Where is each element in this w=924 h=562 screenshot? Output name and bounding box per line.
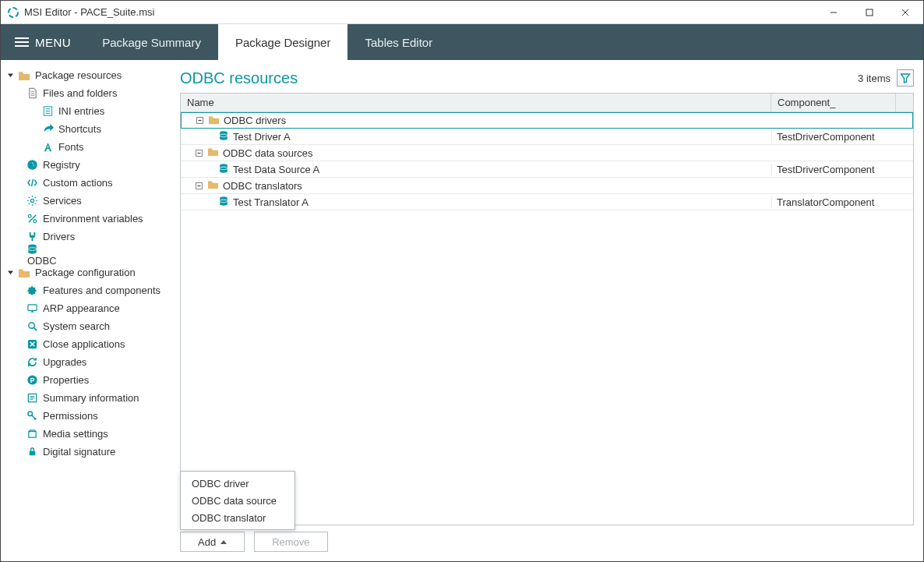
sidebar-item-label: Features and components [41,285,162,296]
grid-group-row[interactable]: ODBC translators [181,178,913,194]
sidebar-item-label: ARP appearance [41,302,122,314]
top-bar: MENU Package Summary Package Designer Ta… [1,24,923,60]
sidebar-item[interactable]: Shortcuts [1,120,174,138]
plug-icon [26,231,38,243]
folder-icon [18,267,30,278]
sidebar-item-label: Shortcuts [57,123,103,135]
sidebar-item[interactable]: Close applications [1,335,174,353]
filter-icon [900,72,911,83]
title-bar: MSI Editor - PACE_Suite.msi [1,1,923,24]
grid-group-row[interactable]: ODBC drivers [181,112,913,129]
sidebar-item[interactable]: System search [1,317,174,335]
item-count: 3 items [858,72,890,84]
odbc-grid: Name Component_ ODBC drivers Test Driver… [180,93,914,525]
sidebar-item[interactable]: Properties [1,371,174,389]
sidebar-item[interactable]: ODBC [1,246,174,263]
folder-icon [207,147,219,159]
sidebar-item[interactable]: Custom actions [1,174,174,192]
folder-icon [208,115,220,127]
hamburger-icon [15,35,29,49]
sidebar-item[interactable]: INI entries [1,102,174,120]
column-header-name[interactable]: Name [181,94,771,111]
add-button[interactable]: Add [180,532,245,552]
sidebar-item[interactable]: Services [1,192,174,210]
sidebar: Package resourcesFiles and foldersINI en… [1,60,174,561]
chevron-down-icon [5,268,15,277]
font-icon [41,141,54,154]
sidebar-item-label: Environment variables [41,213,145,224]
sidebar-item-label: Media settings [41,428,110,440]
sidebar-item-label: Upgrades [41,356,88,368]
database-icon [218,163,229,176]
sidebar-item[interactable]: Environment variables [1,210,174,228]
sidebar-item-label: Digital signature [41,446,117,458]
add-menu-item[interactable]: ODBC driver [181,475,294,492]
sidebar-item[interactable]: Files and folders [1,84,174,102]
menu-label: MENU [35,36,71,49]
add-menu-item[interactable]: ODBC translator [181,509,294,526]
main-header: ODBC resources 3 items [180,66,914,90]
window-close-button[interactable] [887,1,923,24]
sidebar-item-label: System search [41,320,111,332]
close-icon [26,338,38,351]
sidebar-item-label: Fonts [57,141,86,153]
filter-button[interactable] [897,69,914,87]
sidebar-item[interactable]: Digital signature [1,443,174,461]
percent-icon [26,213,38,225]
sidebar-item-label: INI entries [57,105,106,117]
row-component: TestDriverComponent [771,164,896,175]
grid-item-row[interactable]: Test Driver A TestDriverComponent [181,129,913,145]
sidebar-item-label: Summary information [41,392,141,404]
menu-button[interactable]: MENU [1,24,85,60]
sidebar-group[interactable]: Package resources [1,66,174,84]
folder-icon [18,70,30,81]
window-maximize-button[interactable] [852,1,887,24]
grid-item-row[interactable]: Test Translator A TranslatorComponent [181,194,913,210]
sidebar-item[interactable]: Upgrades [1,353,174,371]
collapse-icon[interactable] [195,149,203,157]
tab-tables-editor[interactable]: Tables Editor [347,24,450,60]
window-title: MSI Editor - PACE_Suite.msi [24,6,154,18]
sidebar-item[interactable]: Fonts [1,138,174,156]
app-window: MSI Editor - PACE_Suite.msi MENU Package… [0,0,924,562]
column-header-component[interactable]: Component_ [771,94,896,111]
sidebar-item[interactable]: Media settings [1,425,174,443]
add-menu-item[interactable]: ODBC data source [181,492,294,509]
grid-header: Name Component_ [181,94,913,112]
db-icon [26,242,38,255]
app-logo-icon [7,6,19,19]
tab-package-designer[interactable]: Package Designer [218,24,348,60]
sidebar-item-label: Permissions [41,410,100,422]
sidebar-item[interactable]: Features and components [1,281,174,299]
file-icon [26,87,38,100]
sidebar-group-label: Package configuration [34,267,137,278]
sidebar-item[interactable]: ARP appearance [1,299,174,317]
sidebar-item-label: Properties [41,374,90,386]
gear-icon [26,195,38,207]
grid-item-row[interactable]: Test Data Source A TestDriverComponent [181,161,913,178]
p-icon [26,374,38,387]
remove-button[interactable]: Remove [254,532,327,552]
chevron-down-icon [5,71,15,80]
sidebar-item[interactable]: Permissions [1,407,174,425]
key-icon [26,410,38,422]
window-minimize-button[interactable] [816,1,852,24]
tab-package-summary[interactable]: Package Summary [85,24,218,60]
row-label: ODBC data sources [223,147,313,159]
caret-up-icon [220,540,227,544]
sidebar-item-label: Close applications [41,338,127,350]
add-menu-popup: ODBC driverODBC data sourceODBC translat… [180,471,295,530]
puzzle-icon [26,285,38,297]
monitor-icon [26,302,38,315]
sidebar-item[interactable]: Registry [1,156,174,174]
registry-icon [26,159,38,171]
collapse-icon[interactable] [195,182,203,190]
shortcut-icon [41,123,54,136]
sidebar-item[interactable]: Summary information [1,389,174,407]
main-panel: ODBC resources 3 items Name Component_ O… [174,60,923,561]
grid-group-row[interactable]: ODBC data sources [181,145,913,161]
collapse-icon[interactable] [196,116,204,125]
row-label: Test Translator A [233,196,309,208]
row-component: TranslatorComponent [771,196,896,208]
database-icon [218,130,229,143]
